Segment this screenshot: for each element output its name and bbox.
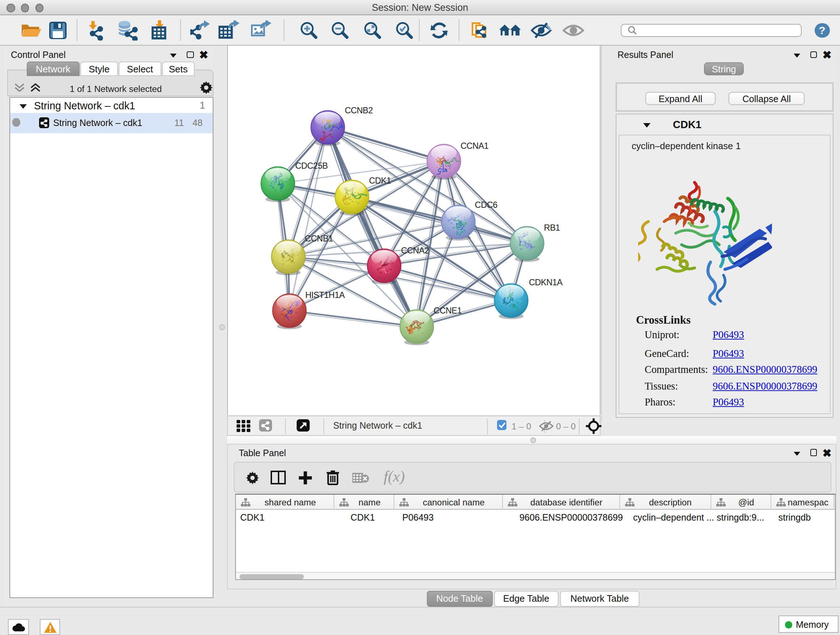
svg-text:HIST1H1A: HIST1H1A <box>305 290 345 299</box>
svg-text:CCNA2: CCNA2 <box>401 245 420 255</box>
svg-text:CDC25B: CDC25B <box>295 161 328 170</box>
svg-text:CCNB2: CCNB2 <box>345 105 373 115</box>
svg-text:CCNB1: CCNB1 <box>305 233 333 243</box>
svg-text:CDK1: CDK1 <box>369 176 391 185</box>
